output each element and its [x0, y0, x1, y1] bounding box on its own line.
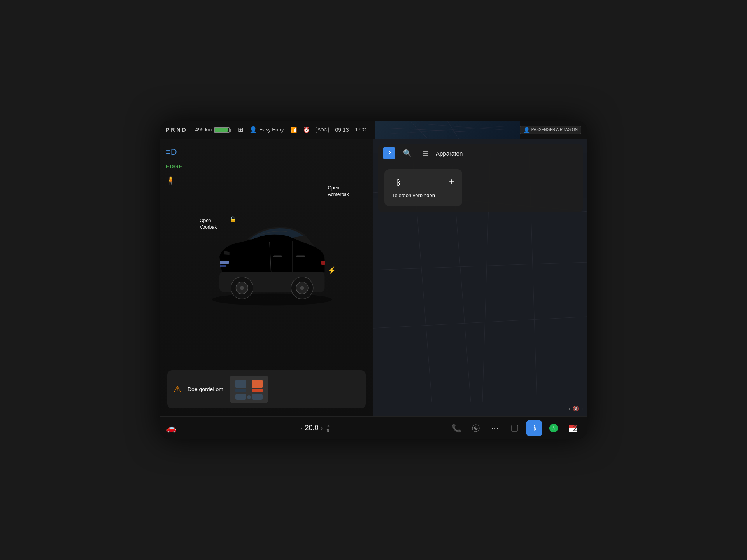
sentry-icon [472, 424, 480, 432]
seatbelt-icon: 🧍 [166, 176, 183, 185]
easy-entry-section: 👤 Easy Entry [249, 126, 284, 133]
app-bluetooth[interactable] [526, 420, 542, 436]
left-panel: ≡D EDGE 🧍 OpenVoorbak 🔓 OpenAchterbak [160, 139, 374, 416]
voorbak-text: OpenVoorbak [200, 218, 217, 230]
devices-area: + Telefoon verbinden [378, 163, 583, 212]
left-status-icons: ≡D EDGE 🧍 [166, 147, 183, 185]
charging-icon: ⚡ [328, 266, 336, 275]
app-more[interactable]: ··· [487, 420, 503, 436]
airbag-text: PASSENGER AIRBAG ON [531, 128, 578, 132]
climate-icons-group: ≋ ⇅ [326, 424, 330, 432]
achterbak-text: OpenAchterbak [328, 185, 349, 197]
app-sentry[interactable] [468, 420, 484, 436]
svg-point-5 [212, 294, 332, 306]
svg-point-36 [475, 427, 477, 429]
device-card[interactable]: + Telefoon verbinden [384, 169, 462, 206]
svg-rect-20 [235, 380, 246, 388]
taskbar-center: ‹ 20.0 › ≋ ⇅ [212, 424, 418, 432]
open-voorbak-label[interactable]: OpenVoorbak 🔓 [200, 217, 217, 231]
app-phone[interactable]: 📞 [448, 420, 465, 436]
voorbak-line [218, 220, 230, 221]
bluetooth-large-icon [392, 177, 403, 188]
svg-rect-18 [273, 256, 282, 257]
svg-rect-14 [220, 265, 226, 267]
tab-label: Apparaten [436, 150, 463, 157]
volume-control-right: ‹ 🔇 › [568, 406, 583, 411]
svg-rect-21 [235, 388, 246, 392]
seatbelt-warning-text: Doe gordel om [188, 386, 223, 392]
search-icon[interactable]: 🔍 [400, 149, 415, 158]
status-bar: PRND 495 km ⊞ 👤 Easy Entry 📶 ⏰ SOC 09:13… [160, 121, 587, 139]
warning-triangle-icon: ⚠ [174, 384, 181, 394]
svg-rect-19 [296, 256, 305, 257]
prev-arrow[interactable]: ‹ [568, 406, 570, 411]
svg-line-4 [390, 126, 504, 134]
car-status-icon[interactable]: 🚗 [166, 423, 176, 433]
fan-icon: ≋ [326, 424, 330, 428]
edge-indicator[interactable]: EDGE [166, 163, 183, 170]
svg-line-32 [374, 317, 587, 328]
svg-point-9 [240, 286, 244, 290]
next-arrow[interactable]: › [581, 406, 583, 411]
bluetooth-tab-icon[interactable] [383, 147, 395, 159]
range-text: 495 km [195, 127, 212, 133]
svg-rect-37 [512, 425, 518, 431]
svg-text:22: 22 [573, 424, 578, 432]
passenger-airbag-indicator: 👤 PASSENGER AIRBAG ON [520, 126, 581, 134]
svg-rect-24 [235, 394, 246, 400]
svg-point-12 [300, 286, 304, 290]
time-display: 09:13 [335, 127, 349, 133]
status-center: ⊞ 👤 Easy Entry 📶 ⏰ SOC 09:13 17°C [230, 126, 375, 133]
bt-taskbar-icon [530, 424, 538, 432]
svg-rect-25 [252, 394, 263, 400]
right-content: 🔍 ☰ Apparaten + [374, 139, 587, 217]
app-calendar[interactable]: 22 [565, 420, 581, 436]
achterbak-line [314, 188, 327, 188]
svg-rect-23 [252, 388, 263, 392]
open-achterbak-label[interactable]: OpenAchterbak [328, 185, 349, 198]
temperature-value: 20.0 [305, 424, 318, 432]
map-lines-svg [375, 121, 520, 139]
temp-display: 17°C [355, 127, 366, 133]
bluetooth-panel: 🔍 ☰ Apparaten + [378, 144, 583, 212]
lock-icon: 🔓 [230, 216, 236, 224]
car-visualization: OpenVoorbak 🔓 OpenAchterbak ⚡ [192, 167, 352, 347]
add-device-button[interactable]: + [449, 177, 454, 186]
soc-indicator: SOC [316, 127, 329, 133]
svg-line-1 [409, 121, 428, 139]
tesla-screen: PRND 495 km ⊞ 👤 Easy Entry 📶 ⏰ SOC 09:13… [160, 121, 587, 439]
seat-diagram [233, 378, 265, 401]
bt-icon [386, 150, 392, 156]
panel-tabs: 🔍 ☰ Apparaten [378, 144, 583, 163]
svg-rect-15 [321, 261, 325, 265]
airbag-icon: 👤 [523, 127, 530, 133]
svg-point-39 [549, 424, 558, 432]
taskbar-left: 🚗 [166, 423, 212, 433]
sync-icon: ⇅ [326, 428, 330, 432]
calendar-icon: 22 [568, 423, 578, 433]
device-card-header: + [392, 177, 454, 188]
camera-icon[interactable]: ⊞ [238, 126, 243, 133]
battery-fill [215, 128, 227, 132]
map-preview[interactable] [375, 121, 520, 139]
gear-indicator[interactable]: PRND [166, 127, 188, 133]
alarm-icon: ⏰ [303, 127, 310, 133]
device-card-label: Telefoon verbinden [392, 192, 454, 198]
main-content: ≡D EDGE 🧍 OpenVoorbak 🔓 OpenAchterbak [160, 139, 587, 416]
right-panel: 🔍 ☰ Apparaten + [374, 139, 587, 416]
person-icon: 👤 [249, 126, 257, 133]
app-spotify[interactable] [545, 420, 562, 436]
range-info: 495 km [195, 127, 230, 133]
volume-mute-icon[interactable]: 🔇 [573, 406, 579, 411]
temp-increase-arrow[interactable]: › [321, 425, 323, 431]
window-icon [510, 424, 519, 432]
taskbar-right: 📞 ··· [418, 420, 581, 436]
battery-bar [214, 127, 230, 133]
headlight-icon[interactable]: ≡D [166, 147, 183, 157]
temp-decrease-arrow[interactable]: ‹ [301, 425, 303, 431]
wifi-icon: 📶 [290, 127, 297, 133]
filter-icon[interactable]: ☰ [419, 150, 431, 157]
seatbelt-warning-card: ⚠ Doe gordel om [167, 370, 366, 408]
svg-point-26 [247, 395, 251, 399]
app-window[interactable] [507, 420, 523, 436]
